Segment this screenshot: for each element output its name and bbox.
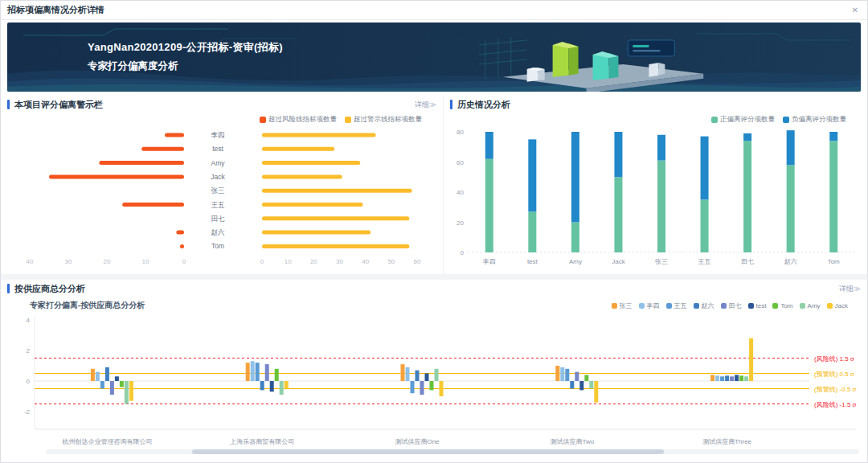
horizontal-scrollbar[interactable] — [46, 449, 859, 454]
deviation-bar — [555, 366, 559, 381]
supplier-label: 上海乐器商贸有限公司 — [185, 437, 340, 448]
close-icon[interactable]: ✕ — [850, 5, 861, 16]
threshold-label: (预警线) 0.5 σ — [814, 371, 854, 378]
supplier-detail-link[interactable]: 详细≫ — [839, 284, 861, 294]
category-label: Jack — [612, 258, 625, 265]
x-tick: 30 — [65, 258, 72, 265]
warning-legend: 超过风险线指标项数量超过警示线指标项数量 — [1, 113, 443, 125]
risk-bar — [141, 147, 184, 151]
legend-item[interactable]: Jack — [827, 302, 848, 309]
supplier-legend: 张三李四王五赵六田七testTomAmyJack — [145, 301, 859, 310]
deviation-bar — [265, 364, 269, 381]
deviation-bar — [406, 367, 410, 381]
legend-item[interactable]: 赵六 — [694, 301, 714, 310]
legend-swatch — [711, 117, 718, 123]
legend-item[interactable]: 田七 — [721, 301, 742, 310]
category-label: 赵六 — [211, 228, 226, 236]
legend-swatch — [783, 117, 789, 123]
deviation-bar — [579, 381, 583, 390]
panel-warning-header: 本项目评分偏离警示栏 详细≫ — [1, 96, 443, 113]
legend-item[interactable]: 张三 — [612, 301, 633, 310]
deviation-bar — [725, 375, 729, 381]
deviation-bar — [440, 381, 444, 396]
category-label: 田七 — [741, 258, 754, 265]
panel-history-header: 历史情况分析 — [444, 96, 867, 113]
legend-swatch — [721, 303, 727, 309]
deviation-bar — [416, 371, 420, 381]
deviation-bar — [744, 376, 748, 381]
legend-swatch — [827, 303, 833, 309]
legend-swatch — [666, 303, 672, 309]
legend-item[interactable]: 王五 — [666, 301, 687, 310]
legend-item[interactable]: test — [748, 302, 767, 309]
deviation-bar — [120, 381, 124, 387]
category-label: 田七 — [211, 215, 226, 223]
y-tick: -2 — [24, 408, 31, 416]
legend-label: 田七 — [729, 301, 742, 310]
category-label: Tom — [211, 242, 224, 250]
warning-tornado-chart: 李四testAmyJack张三王五田七赵六Tom4030201000102030… — [1, 125, 441, 268]
legend-item[interactable]: 超过警示线指标项数量 — [345, 115, 422, 125]
legend-item[interactable]: Tom — [772, 302, 792, 309]
deviation-bar — [575, 372, 579, 381]
y-tick: 0 — [27, 378, 31, 385]
warn-bar — [262, 174, 342, 178]
accent-bar — [7, 284, 10, 293]
horizontal-scrollbar-thumb[interactable] — [192, 449, 664, 454]
category-label: test — [527, 258, 538, 265]
negative-deviation-bar — [701, 137, 709, 200]
legend-label: 超过风险线指标项数量 — [268, 115, 337, 125]
y-tick: 40 — [457, 189, 464, 196]
deviation-bar — [91, 369, 95, 381]
x-tick: 40 — [362, 258, 369, 265]
warning-detail-link[interactable]: 详细≫ — [415, 100, 436, 110]
deviation-bar — [256, 363, 260, 381]
x-tick: 10 — [285, 258, 292, 265]
legend-item[interactable]: Amy — [800, 302, 821, 309]
legend-item[interactable]: 李四 — [639, 301, 660, 310]
banner-project-title: YangNan20201209-公开招标-资审(招标) — [88, 40, 283, 55]
x-tick: 40 — [27, 258, 34, 265]
legend-item[interactable]: 超过风险线指标项数量 — [260, 115, 337, 125]
negative-deviation-bar — [614, 132, 622, 177]
category-label: Amy — [569, 258, 582, 265]
legend-item[interactable]: 正偏离评分项数量 — [711, 115, 775, 125]
category-label: 赵六 — [784, 258, 797, 265]
panel-supplier-header: 按供应商总分分析 详细≫ — [1, 280, 867, 297]
deviation-bar — [115, 376, 119, 381]
deviation-bar — [735, 375, 739, 381]
supplier-deviation-chart: 420-2(风险线) 1.5 σ(预警线) 0.5 σ(预警线) -0.5 σ(… — [6, 312, 861, 434]
y-tick: 4 — [27, 317, 31, 324]
category-label: 李四 — [211, 131, 225, 139]
history-stacked-chart: 020406080李四testAmyJack张三王五田七赵六Tom — [444, 125, 865, 272]
negative-deviation-bar — [657, 135, 665, 161]
positive-deviation-bar — [787, 165, 795, 252]
main-row: 本项目评分偏离警示栏 详细≫ 超过风险线指标项数量超过警示线指标项数量 李四te… — [1, 96, 867, 274]
panel-warning: 本项目评分偏离警示栏 详细≫ 超过风险线指标项数量超过警示线指标项数量 李四te… — [1, 96, 444, 274]
positive-deviation-bar — [829, 141, 837, 252]
panel-supplier-title: 按供应商总分分析 — [14, 283, 85, 295]
supplier-label: 测试供应商Three — [649, 437, 805, 448]
legend-item[interactable]: 负偏离评分项数量 — [783, 115, 846, 125]
deviation-bar — [584, 375, 588, 381]
row-divider — [1, 274, 867, 280]
x-tick: 20 — [310, 258, 317, 265]
deviation-bar — [129, 381, 133, 401]
panel-warning-title: 本项目评分偏离警示栏 — [14, 99, 103, 111]
legend-label: Amy — [808, 302, 821, 309]
supplier-label: 杭州创达企业管理咨询有限公司 — [30, 437, 185, 448]
positive-deviation-bar — [528, 211, 536, 252]
deviation-bar — [710, 375, 714, 381]
deviation-bar — [425, 374, 429, 382]
deviation-bar — [749, 338, 753, 381]
deviation-bar — [246, 363, 250, 381]
negative-deviation-bar — [528, 139, 536, 211]
x-tick: 60 — [414, 258, 421, 265]
x-tick: 0 — [260, 258, 264, 265]
x-tick: 50 — [387, 258, 395, 265]
risk-bar — [180, 244, 184, 248]
legend-swatch — [694, 303, 699, 309]
legend-label: 超过警示线指标项数量 — [354, 115, 422, 125]
x-tick: 10 — [142, 258, 149, 265]
legend-swatch — [748, 303, 754, 309]
